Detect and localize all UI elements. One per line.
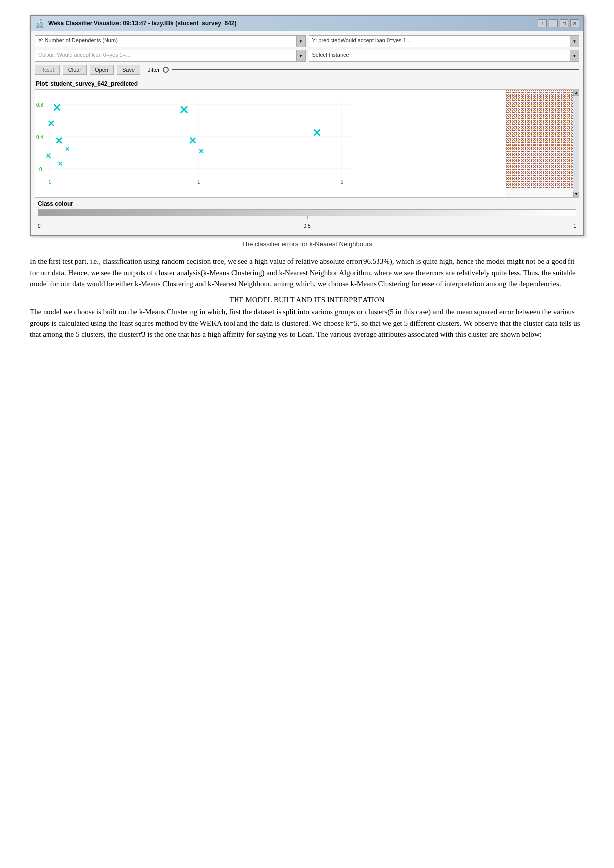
y-axis-dropdown[interactable]: Y: predictedWould accept loan 0=yes 1...… bbox=[309, 35, 580, 47]
colour-label-0: 0 bbox=[38, 223, 41, 229]
select-instance-dropdown-arrow[interactable]: ▼ bbox=[570, 50, 579, 61]
window-controls: ↑ — □ ✕ bbox=[538, 19, 579, 27]
window-content: X: Number of Dependents (Num) ▼ Y: predi… bbox=[31, 31, 583, 235]
svg-text:✕: ✕ bbox=[57, 160, 63, 168]
jitter-control: Jitter bbox=[148, 67, 579, 73]
plot-canvas: 0.8 0.4 0 0 1 2 ✕ ✕ ✕ ✕ ✕ ✕ ✕ bbox=[35, 90, 505, 197]
svg-text:✕: ✕ bbox=[47, 119, 55, 129]
svg-text:✕: ✕ bbox=[312, 127, 321, 139]
svg-text:✕: ✕ bbox=[45, 152, 51, 160]
jitter-knob[interactable] bbox=[163, 67, 169, 73]
svg-text:0.4: 0.4 bbox=[36, 135, 43, 140]
svg-text:2: 2 bbox=[341, 179, 344, 185]
svg-text:✕: ✕ bbox=[198, 147, 204, 155]
colour-label-05: 0.5 bbox=[304, 223, 311, 229]
window-maximize-button[interactable]: □ bbox=[560, 19, 568, 27]
clear-button[interactable]: Clear bbox=[63, 65, 87, 75]
weka-icon: 🔬 bbox=[35, 18, 45, 28]
colour-bar bbox=[38, 209, 576, 216]
svg-text:✕: ✕ bbox=[65, 146, 70, 153]
svg-text:✕: ✕ bbox=[189, 135, 197, 146]
window-close-button[interactable]: ✕ bbox=[570, 19, 579, 27]
save-button[interactable]: Save bbox=[117, 65, 140, 75]
colour-label-1: 1 bbox=[573, 223, 576, 229]
x-axis-dropdown-arrow[interactable]: ▼ bbox=[296, 36, 305, 47]
colour-select-row: Colour: Would accept loan 0=yes 1=... ▼ … bbox=[35, 50, 579, 62]
title-bar: 🔬 Weka Classifier Visualize: 09:13:47 - … bbox=[31, 16, 583, 31]
class-colour-section: Class colour 0 0.5 1 bbox=[35, 198, 579, 231]
open-button[interactable]: Open bbox=[90, 65, 114, 75]
svg-text:✕: ✕ bbox=[55, 135, 63, 146]
window-up-button[interactable]: ↑ bbox=[538, 19, 547, 27]
select-instance-dropdown[interactable]: Select Instance ▼ bbox=[309, 50, 580, 62]
plot-title: Plot: student_survey_642_predicted bbox=[35, 78, 579, 89]
svg-text:0: 0 bbox=[49, 179, 52, 185]
svg-text:✕: ✕ bbox=[52, 102, 61, 114]
jitter-label: Jitter bbox=[148, 67, 160, 73]
colour-bar-container bbox=[38, 209, 576, 221]
body-paragraph-2: The model we choose is built on the k-Me… bbox=[30, 306, 584, 340]
legend-scroll-up-button[interactable]: ▲ bbox=[573, 90, 579, 96]
chart-caption: The classifier errors for k-Nearest Neig… bbox=[30, 241, 584, 248]
reset-button[interactable]: Reset bbox=[35, 65, 60, 75]
svg-text:✕: ✕ bbox=[179, 103, 189, 117]
class-colour-title: Class colour bbox=[38, 200, 576, 207]
colour-labels: 0 0.5 1 bbox=[38, 223, 576, 229]
legend-scrollbar: ▲ ▼ bbox=[573, 90, 579, 197]
axis-row: X: Number of Dependents (Num) ▼ Y: predi… bbox=[35, 35, 579, 47]
body-heading: THE MODEL BUILT AND ITS INTERPREATION bbox=[30, 294, 584, 306]
buttons-jitter-row: Reset Clear Open Save Jitter bbox=[35, 65, 579, 75]
jitter-line bbox=[172, 69, 579, 70]
x-axis-dropdown[interactable]: X: Number of Dependents (Num) ▼ bbox=[35, 35, 306, 47]
body-paragraph-1: In the first test part, i.e., classifica… bbox=[30, 256, 584, 289]
svg-text:1: 1 bbox=[197, 179, 200, 185]
y-axis-dropdown-arrow[interactable]: ▼ bbox=[570, 36, 579, 47]
weka-window: 🔬 Weka Classifier Visualize: 09:13:47 - … bbox=[30, 15, 584, 236]
svg-text:0.8: 0.8 bbox=[36, 102, 43, 108]
legend-panel: ▲ ▼ bbox=[505, 90, 579, 197]
svg-text:0: 0 bbox=[39, 167, 42, 172]
legend-dots bbox=[505, 90, 573, 189]
window-minimize-button[interactable]: — bbox=[549, 19, 558, 27]
plot-svg: 0.8 0.4 0 0 1 2 ✕ ✕ ✕ ✕ ✕ ✕ ✕ bbox=[35, 90, 505, 197]
legend-scroll-down-button[interactable]: ▼ bbox=[573, 192, 579, 197]
colour-dropdown[interactable]: Colour: Would accept loan 0=yes 1=... ▼ bbox=[35, 50, 306, 62]
colour-dropdown-arrow[interactable]: ▼ bbox=[296, 50, 305, 61]
plot-area: 0.8 0.4 0 0 1 2 ✕ ✕ ✕ ✕ ✕ ✕ ✕ bbox=[35, 89, 579, 198]
colour-marker bbox=[307, 216, 307, 219]
window-title: Weka Classifier Visualize: 09:13:47 - la… bbox=[48, 20, 534, 27]
